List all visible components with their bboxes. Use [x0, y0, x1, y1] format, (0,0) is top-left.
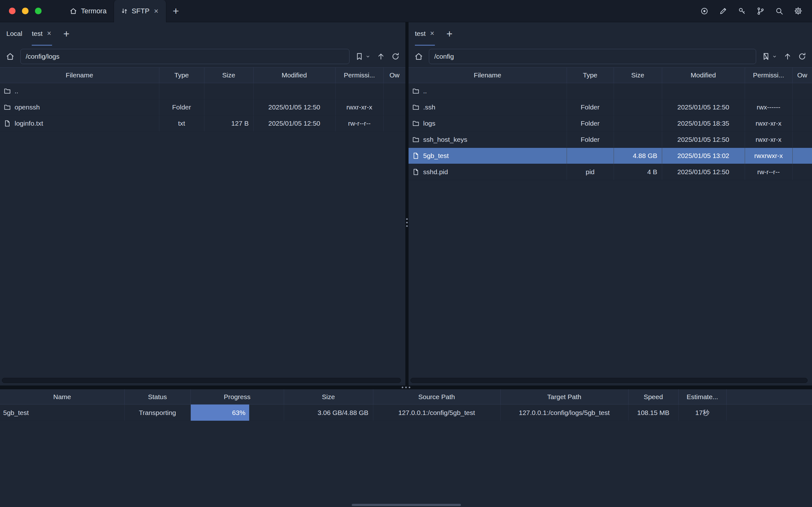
home-icon[interactable]: [5, 51, 15, 62]
file-name: sshd.pid: [423, 168, 448, 176]
column-header-owner[interactable]: Ow: [383, 68, 405, 83]
horizontal-scrollbar[interactable]: [2, 378, 401, 383]
tab-test-label: test: [32, 30, 43, 38]
tab-termora-label: Termora: [81, 7, 107, 15]
folder-icon: [412, 104, 419, 111]
column-header-modified[interactable]: Modified: [662, 68, 745, 83]
progress-percent-label: 63%: [232, 409, 246, 416]
left-file-table: Filename Type Size Modified Permissi... …: [0, 67, 405, 132]
transfer-progress-cell: 63%: [191, 404, 284, 421]
transfer-status: Transporting: [124, 404, 191, 421]
left-file-pane: Local test × +: [0, 22, 405, 386]
column-header-speed[interactable]: Speed: [628, 389, 679, 404]
right-pane-tabs: test × +: [409, 22, 812, 46]
new-window-tab-button[interactable]: +: [166, 0, 185, 22]
settings-gear-icon[interactable]: [794, 7, 803, 15]
column-header-progress[interactable]: Progress: [191, 389, 284, 404]
table-row[interactable]: ..: [0, 83, 405, 99]
close-tab-icon[interactable]: ×: [153, 7, 159, 15]
file-icon: [4, 120, 11, 127]
bottom-scrollbar-thumb[interactable]: [352, 504, 461, 506]
go-up-directory-icon[interactable]: [783, 52, 792, 61]
file-name: ..: [15, 87, 18, 95]
path-input[interactable]: [429, 49, 756, 64]
column-header-filename[interactable]: Filename: [409, 68, 566, 83]
go-up-directory-icon[interactable]: [376, 52, 386, 61]
table-row[interactable]: logs Folder 2025/01/05 18:35 rwxr-xr-x: [409, 115, 812, 132]
column-header-status[interactable]: Status: [124, 389, 191, 404]
column-header-filename[interactable]: Filename: [0, 68, 159, 83]
edit-pencil-icon[interactable]: [719, 7, 727, 15]
table-row[interactable]: .ssh Folder 2025/01/05 12:50 rwx------: [409, 99, 812, 115]
right-file-pane: test × +: [409, 22, 812, 386]
close-tab-icon[interactable]: ×: [430, 30, 435, 37]
column-header-type[interactable]: Type: [566, 68, 613, 83]
record-icon[interactable]: [700, 7, 708, 15]
table-row[interactable]: loginfo.txt txt 127 B 2025/01/05 12:50 r…: [0, 115, 405, 132]
left-pane-tabs: Local test × +: [0, 22, 405, 46]
table-row[interactable]: ..: [409, 83, 812, 99]
table-row[interactable]: openssh Folder 2025/01/05 12:50 rwxr-xr-…: [0, 99, 405, 115]
column-header-permissions[interactable]: Permissi...: [335, 68, 383, 83]
table-row[interactable]: sshd.pid pid 4 B 2025/01/05 12:50 rw-r--…: [409, 164, 812, 180]
pane-splitter[interactable]: [405, 22, 409, 386]
column-header-estimate[interactable]: Estimate...: [679, 389, 726, 404]
column-header-size[interactable]: Size: [613, 68, 662, 83]
horizontal-scrollbar[interactable]: [411, 378, 808, 383]
close-tab-icon[interactable]: ×: [46, 30, 52, 37]
file-name: ssh_host_keys: [423, 136, 467, 144]
window-controls: [0, 0, 50, 22]
tab-sftp-label: SFTP: [132, 7, 150, 15]
new-pane-tab-button[interactable]: +: [62, 22, 71, 46]
new-pane-tab-button[interactable]: +: [444, 22, 454, 46]
refresh-icon[interactable]: [391, 52, 400, 61]
transfers-panel: Name Status Progress Size Source Path Ta…: [0, 389, 812, 507]
file-name: openssh: [15, 103, 40, 111]
transfer-panel-splitter[interactable]: [0, 386, 812, 389]
bookmark-icon[interactable]: [355, 52, 364, 61]
file-name: .ssh: [423, 103, 436, 111]
home-icon: [69, 7, 77, 15]
tab-test-left[interactable]: test ×: [32, 22, 52, 46]
minimize-window-button[interactable]: [22, 8, 29, 14]
tab-sftp[interactable]: SFTP ×: [114, 0, 166, 22]
column-header-name[interactable]: Name: [0, 389, 124, 404]
search-icon[interactable]: [775, 7, 783, 15]
tab-termora[interactable]: Termora: [62, 0, 114, 22]
column-header-permissions[interactable]: Permissi...: [745, 68, 792, 83]
transfer-row[interactable]: 5gb_test Transporting 63% 3.06 GB/4.88 G…: [0, 404, 812, 421]
column-header-owner[interactable]: Ow: [792, 68, 812, 83]
splitter-grip-icon: [402, 387, 411, 388]
path-input[interactable]: [20, 49, 349, 64]
home-icon[interactable]: [414, 51, 424, 62]
column-header-source-path[interactable]: Source Path: [373, 389, 500, 404]
column-header-target-path[interactable]: Target Path: [500, 389, 628, 404]
progress-bar-fill: 63%: [191, 404, 250, 421]
titlebar-actions: [700, 0, 812, 22]
maximize-window-button[interactable]: [35, 8, 42, 14]
folder-icon: [4, 88, 11, 95]
file-name: ..: [423, 87, 427, 95]
git-branch-icon[interactable]: [756, 7, 765, 15]
tab-local[interactable]: Local: [6, 22, 22, 46]
column-header-modified[interactable]: Modified: [253, 68, 335, 83]
key-icon[interactable]: [738, 7, 746, 15]
chevron-down-icon[interactable]: [771, 53, 778, 60]
right-path-bar: [409, 46, 812, 67]
chevron-down-icon[interactable]: [365, 53, 371, 60]
column-header-size[interactable]: Size: [284, 389, 373, 404]
table-row-selected[interactable]: 5gb_test 4.88 GB 2025/01/05 13:02 rwxrwx…: [409, 148, 812, 164]
transfer-size: 3.06 GB/4.88 GB: [284, 404, 373, 421]
tab-test-right[interactable]: test ×: [415, 22, 435, 46]
table-row[interactable]: ssh_host_keys Folder 2025/01/05 12:50 rw…: [409, 132, 812, 148]
column-header-size[interactable]: Size: [204, 68, 253, 83]
column-header-type[interactable]: Type: [159, 68, 204, 83]
bookmark-icon[interactable]: [761, 52, 771, 61]
refresh-icon[interactable]: [797, 52, 807, 61]
dual-pane-area: Local test × +: [0, 22, 812, 386]
close-window-button[interactable]: [9, 8, 15, 14]
table-header-row: Filename Type Size Modified Permissi... …: [0, 68, 405, 83]
file-icon: [412, 168, 419, 175]
file-icon: [412, 152, 419, 159]
transfers-header-row: Name Status Progress Size Source Path Ta…: [0, 389, 812, 404]
